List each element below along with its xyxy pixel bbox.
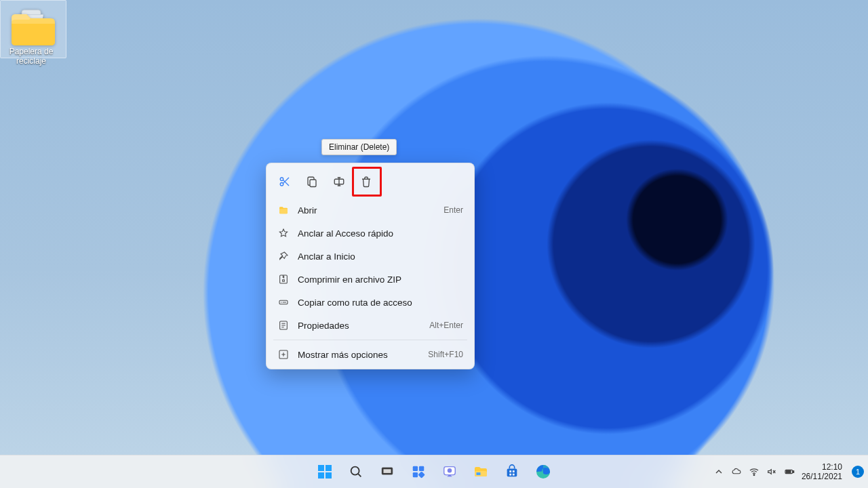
copy-icon [306,176,318,188]
svg-rect-15 [413,466,418,471]
svg-rect-17 [413,472,418,477]
path-icon [277,296,290,308]
chat-button[interactable] [436,458,463,485]
menu-separator [273,340,467,340]
search-button[interactable] [342,458,370,485]
clock-time: 12:10 [802,462,842,472]
delete-button[interactable] [355,170,378,193]
menu-item-label: Copiar como ruta de acceso [298,298,455,308]
context-menu-top-row [271,167,470,199]
clock-date: 26/11/2021 [802,472,842,481]
menu-item-open[interactable]: Abrir Enter [271,199,470,222]
menu-item-shortcut: Shift+F10 [428,350,463,359]
svg-rect-16 [419,466,424,471]
svg-rect-27 [513,474,515,476]
menu-item-label: Anclar a Inicio [298,251,455,262]
svg-point-12 [351,467,359,475]
desktop[interactable]: Papelera de reciclaje Eliminar (Delete) [0,0,868,488]
copy-button[interactable] [300,170,323,193]
menu-item-shortcut: Alt+Enter [429,321,463,330]
svg-rect-31 [793,471,793,473]
search-icon [349,464,363,479]
svg-rect-18 [418,471,425,478]
menu-item-label: Propiedades [298,321,421,331]
store-icon [505,464,519,479]
system-tray[interactable] [713,466,795,477]
svg-rect-14 [383,468,392,473]
menu-item-label: Comprimir en archivo ZIP [298,274,455,285]
svg-rect-11 [326,472,332,479]
onedrive-icon [731,466,742,477]
volume-mute-icon [766,466,777,477]
more-options-icon [277,348,290,361]
svg-rect-10 [318,472,324,479]
cut-button[interactable] [273,170,296,193]
notification-badge[interactable]: 1 [852,466,864,478]
star-icon [277,227,290,239]
rename-button[interactable] [328,170,351,193]
menu-item-pin-quick-access[interactable]: Anclar al Acceso rápido [271,222,470,245]
context-menu: Abrir Enter Anclar al Acceso rápido Ancl… [266,163,475,369]
svg-rect-32 [786,471,791,473]
windows-logo-icon [317,464,333,480]
chat-icon [442,464,457,479]
taskbar-center [311,458,557,485]
edge-button[interactable] [530,458,557,485]
battery-icon [784,466,795,477]
rename-icon [333,176,345,188]
taskbar-clock[interactable]: 12:10 26/11/2021 [802,462,842,481]
svg-rect-22 [477,472,481,475]
svg-rect-24 [509,470,511,472]
menu-item-show-more-options[interactable]: Mostrar más opciones Shift+F10 [271,343,470,366]
edge-icon [535,464,551,480]
menu-item-label: Mostrar más opciones [298,350,420,360]
widgets-button[interactable] [405,458,432,485]
delete-tooltip: Eliminar (Delete) [321,139,397,155]
svg-rect-25 [513,470,515,472]
properties-icon [277,319,290,331]
menu-item-compress-zip[interactable]: Comprimir en archivo ZIP [271,268,470,291]
svg-rect-23 [507,468,517,476]
svg-point-20 [448,468,452,472]
tooltip-text: Eliminar (Delete) [329,142,389,152]
menu-item-label: Anclar al Acceso rápido [298,228,455,239]
recycle-bin-label: Papelera de reciclaje [4,47,58,66]
widgets-icon [411,464,426,479]
svg-rect-4 [280,275,288,283]
svg-rect-8 [318,465,324,471]
menu-item-properties[interactable]: Propiedades Alt+Enter [271,314,470,337]
start-button[interactable] [311,458,338,485]
file-explorer-button[interactable] [467,458,494,485]
menu-item-shortcut: Enter [443,205,463,215]
zip-icon [277,273,290,285]
svg-rect-26 [509,474,511,476]
file-explorer-icon [473,464,489,480]
svg-point-29 [753,474,755,476]
taskbar-right: 12:10 26/11/2021 1 [713,455,864,488]
pin-icon [277,250,290,262]
scissors-icon [279,176,291,188]
microsoft-store-button[interactable] [498,458,526,485]
folder-icon [277,204,290,216]
taskbar: 12:10 26/11/2021 1 [0,455,868,488]
svg-rect-2 [310,180,316,187]
menu-item-copy-as-path[interactable]: Copiar como ruta de acceso [271,291,470,314]
task-view-button[interactable] [374,458,401,485]
menu-item-pin-start[interactable]: Anclar a Inicio [271,245,470,268]
notification-count: 1 [856,468,860,476]
folder-glyph [9,10,58,48]
wifi-icon [749,466,760,477]
menu-item-label: Abrir [298,205,435,216]
svg-rect-9 [326,465,332,471]
task-view-icon [380,464,395,479]
chevron-up-icon [713,466,724,477]
trash-icon [360,176,372,188]
